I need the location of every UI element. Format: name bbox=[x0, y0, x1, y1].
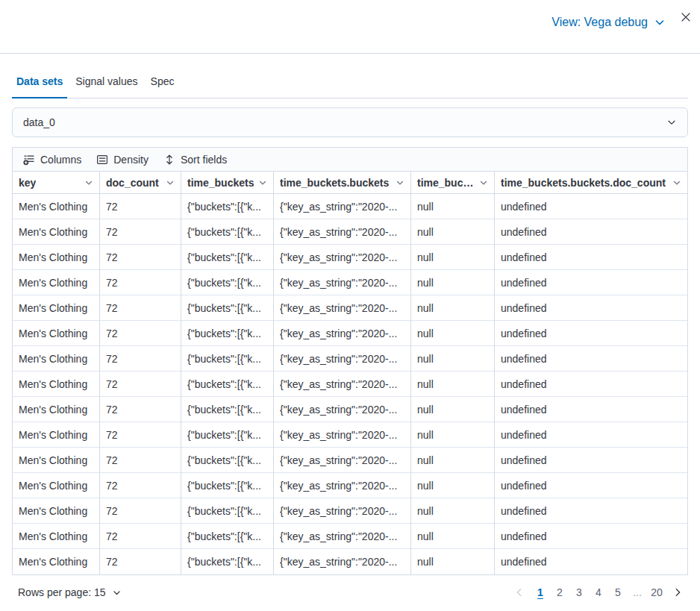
page-button-5[interactable]: 5 bbox=[609, 583, 627, 601]
cell-time-buckets-buckets[interactable]: {"key_as_string":"2020-... bbox=[274, 473, 411, 498]
cell-doc-count[interactable]: 72 bbox=[100, 549, 181, 574]
cell-time-buck[interactable]: null bbox=[411, 397, 495, 422]
cell-time-buckets-buckets[interactable]: {"key_as_string":"2020-... bbox=[274, 549, 411, 574]
cell-time-buckets-buckets-doc-count[interactable]: undefined bbox=[495, 549, 687, 574]
cell-time-buckets-buckets-doc-count[interactable]: undefined bbox=[495, 245, 687, 270]
page-button-4[interactable]: 4 bbox=[590, 583, 607, 601]
columns-button[interactable]: Columns bbox=[16, 148, 89, 171]
cell-time-buckets[interactable]: {"buckets":[{"k... bbox=[181, 473, 274, 498]
cell-doc-count[interactable]: 72 bbox=[100, 372, 181, 397]
cell-key[interactable]: Men's Clothing bbox=[13, 219, 100, 245]
cell-doc-count[interactable]: 72 bbox=[100, 397, 181, 422]
cell-time-buckets-buckets[interactable]: {"key_as_string":"2020-... bbox=[274, 498, 411, 524]
cell-doc-count[interactable]: 72 bbox=[100, 321, 181, 346]
cell-time-buckets-buckets-doc-count[interactable]: undefined bbox=[495, 295, 687, 321]
sort-fields-button[interactable]: Sort fields bbox=[156, 148, 234, 171]
cell-doc-count[interactable]: 72 bbox=[100, 473, 181, 498]
cell-time-buckets[interactable]: {"buckets":[{"k... bbox=[181, 422, 274, 448]
density-button[interactable]: Density bbox=[89, 148, 156, 171]
cell-time-buck[interactable]: null bbox=[411, 372, 495, 397]
cell-key[interactable]: Men's Clothing bbox=[13, 498, 100, 524]
page-button-2[interactable]: 2 bbox=[551, 583, 569, 601]
cell-time-buck[interactable]: null bbox=[411, 448, 495, 473]
cell-key[interactable]: Men's Clothing bbox=[13, 245, 100, 270]
page-button-3[interactable]: 3 bbox=[570, 583, 588, 601]
cell-time-buck[interactable]: null bbox=[411, 346, 495, 372]
cell-time-buckets-buckets-doc-count[interactable]: undefined bbox=[495, 498, 687, 524]
rows-per-page-button[interactable]: Rows per page: 15 bbox=[12, 586, 128, 598]
cell-time-buck[interactable]: null bbox=[411, 549, 495, 574]
close-icon[interactable] bbox=[678, 9, 694, 25]
page-button-20[interactable]: 20 bbox=[648, 583, 666, 601]
cell-key[interactable]: Men's Clothing bbox=[13, 524, 100, 549]
cell-time-buckets-buckets[interactable]: {"key_as_string":"2020-... bbox=[274, 321, 411, 346]
cell-time-buck[interactable]: null bbox=[411, 219, 495, 245]
tab-signal-values[interactable]: Signal values bbox=[71, 74, 142, 98]
column-header-time-buckets-buckets[interactable]: time_buckets.buckets bbox=[274, 172, 411, 194]
tab-data-sets[interactable]: Data sets bbox=[12, 74, 67, 98]
cell-time-buckets[interactable]: {"buckets":[{"k... bbox=[181, 549, 274, 574]
cell-time-buckets-buckets[interactable]: {"key_as_string":"2020-... bbox=[274, 422, 411, 448]
cell-time-buck[interactable]: null bbox=[411, 498, 495, 524]
column-header-time-buckets[interactable]: time_buckets bbox=[181, 172, 274, 194]
cell-time-buckets-buckets-doc-count[interactable]: undefined bbox=[495, 270, 687, 295]
chevron-down-icon[interactable] bbox=[84, 178, 93, 187]
cell-time-buckets-buckets[interactable]: {"key_as_string":"2020-... bbox=[274, 524, 411, 549]
cell-time-buckets-buckets[interactable]: {"key_as_string":"2020-... bbox=[274, 194, 411, 219]
cell-time-buckets-buckets-doc-count[interactable]: undefined bbox=[495, 448, 687, 473]
cell-time-buck[interactable]: null bbox=[411, 245, 495, 270]
cell-doc-count[interactable]: 72 bbox=[100, 448, 181, 473]
column-header-time-buck[interactable]: time_buck... bbox=[411, 172, 495, 194]
cell-time-buck[interactable]: null bbox=[411, 321, 495, 346]
cell-time-buckets-buckets-doc-count[interactable]: undefined bbox=[495, 524, 687, 549]
cell-doc-count[interactable]: 72 bbox=[100, 524, 181, 549]
cell-time-buck[interactable]: null bbox=[411, 194, 495, 219]
cell-time-buckets-buckets-doc-count[interactable]: undefined bbox=[495, 219, 687, 245]
cell-time-buckets-buckets-doc-count[interactable]: undefined bbox=[495, 397, 687, 422]
cell-time-buck[interactable]: null bbox=[411, 524, 495, 549]
cell-time-buckets[interactable]: {"buckets":[{"k... bbox=[181, 194, 274, 219]
cell-doc-count[interactable]: 72 bbox=[100, 219, 181, 245]
column-header-key[interactable]: key bbox=[13, 172, 100, 194]
cell-key[interactable]: Men's Clothing bbox=[13, 422, 100, 448]
cell-key[interactable]: Men's Clothing bbox=[13, 295, 100, 321]
cell-time-buckets[interactable]: {"buckets":[{"k... bbox=[181, 295, 274, 321]
cell-doc-count[interactable]: 72 bbox=[100, 245, 181, 270]
tab-spec[interactable]: Spec bbox=[146, 74, 179, 98]
cell-time-buckets[interactable]: {"buckets":[{"k... bbox=[181, 372, 274, 397]
cell-key[interactable]: Men's Clothing bbox=[13, 321, 100, 346]
cell-time-buckets-buckets-doc-count[interactable]: undefined bbox=[495, 346, 687, 372]
cell-key[interactable]: Men's Clothing bbox=[13, 194, 100, 219]
cell-key[interactable]: Men's Clothing bbox=[13, 448, 100, 473]
cell-time-buck[interactable]: null bbox=[411, 473, 495, 498]
cell-time-buckets[interactable]: {"buckets":[{"k... bbox=[181, 245, 274, 270]
cell-time-buckets[interactable]: {"buckets":[{"k... bbox=[181, 524, 274, 549]
cell-time-buckets-buckets-doc-count[interactable]: undefined bbox=[495, 473, 687, 498]
cell-time-buckets-buckets[interactable]: {"key_as_string":"2020-... bbox=[274, 219, 411, 245]
previous-page-icon[interactable] bbox=[509, 583, 530, 601]
cell-doc-count[interactable]: 72 bbox=[100, 422, 181, 448]
cell-time-buckets-buckets[interactable]: {"key_as_string":"2020-... bbox=[274, 372, 411, 397]
chevron-down-icon[interactable] bbox=[479, 178, 488, 187]
cell-key[interactable]: Men's Clothing bbox=[13, 397, 100, 422]
cell-time-buckets-buckets[interactable]: {"key_as_string":"2020-... bbox=[274, 346, 411, 372]
cell-doc-count[interactable]: 72 bbox=[100, 270, 181, 295]
cell-time-buckets-buckets-doc-count[interactable]: undefined bbox=[495, 194, 687, 219]
cell-key[interactable]: Men's Clothing bbox=[13, 549, 100, 574]
cell-time-buckets-buckets[interactable]: {"key_as_string":"2020-... bbox=[274, 295, 411, 321]
cell-time-buckets-buckets[interactable]: {"key_as_string":"2020-... bbox=[274, 270, 411, 295]
cell-time-buckets-buckets-doc-count[interactable]: undefined bbox=[495, 372, 687, 397]
chevron-down-icon[interactable] bbox=[258, 178, 267, 187]
cell-time-buckets-buckets[interactable]: {"key_as_string":"2020-... bbox=[274, 448, 411, 473]
cell-time-buckets[interactable]: {"buckets":[{"k... bbox=[181, 448, 274, 473]
cell-time-buckets[interactable]: {"buckets":[{"k... bbox=[181, 397, 274, 422]
cell-time-buckets[interactable]: {"buckets":[{"k... bbox=[181, 321, 274, 346]
chevron-down-icon[interactable] bbox=[396, 178, 404, 187]
cell-time-buckets-buckets-doc-count[interactable]: undefined bbox=[495, 321, 687, 346]
column-header-time-buckets-buckets-doc-count[interactable]: time_buckets.buckets.doc_count bbox=[495, 172, 687, 194]
cell-time-buckets[interactable]: {"buckets":[{"k... bbox=[181, 219, 274, 245]
cell-key[interactable]: Men's Clothing bbox=[13, 270, 100, 295]
chevron-down-icon[interactable] bbox=[672, 178, 681, 187]
cell-doc-count[interactable]: 72 bbox=[100, 346, 181, 372]
cell-key[interactable]: Men's Clothing bbox=[13, 346, 100, 372]
